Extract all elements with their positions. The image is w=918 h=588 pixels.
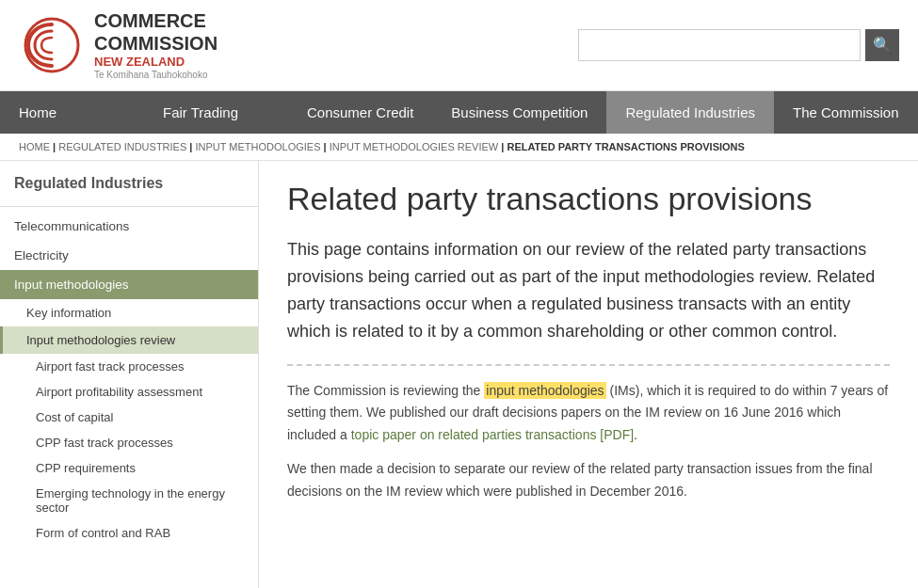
sidebar-sub-im-review[interactable]: Input methodologies review	[0, 326, 258, 354]
header: COMMERCE COMMISSION NEW ZEALAND Te Komih…	[0, 0, 918, 91]
sidebar-sub-form-of-control[interactable]: Form of control and RAB	[0, 520, 258, 546]
nav-item-home[interactable]: Home	[0, 91, 144, 134]
breadcrumb-input-methodologies[interactable]: INPUT METHODOLOGIES	[196, 141, 321, 152]
sidebar: Regulated Industries Telecommunications …	[0, 161, 259, 588]
body-paragraph-1: The Commission is reviewing the input me…	[287, 380, 890, 447]
search-button[interactable]: 🔍	[865, 29, 899, 61]
nav-item-consumer-credit[interactable]: Consumer Credit	[288, 91, 432, 134]
nav-item-regulated-industries[interactable]: Regulated Industries	[606, 91, 774, 134]
logo-text: COMMERCE COMMISSION NEW ZEALAND Te Komih…	[94, 9, 217, 81]
logo-commission: COMMISSION	[94, 32, 217, 55]
related-parties-pdf-link[interactable]: topic paper on related parties transacti…	[351, 427, 634, 442]
body-text-highlight: input methodologies	[484, 382, 605, 399]
breadcrumb-im-review[interactable]: INPUT METHODOLOGIES REVIEW	[330, 141, 499, 152]
logo-nz: NEW ZEALAND	[94, 55, 217, 70]
sidebar-item-electricity[interactable]: Electricity	[0, 241, 258, 270]
sidebar-sub-cost-of-capital[interactable]: Cost of capital	[0, 405, 258, 430]
main-content: Regulated Industries Telecommunications …	[0, 161, 918, 588]
sidebar-item-input-methodologies[interactable]: Input methodologies	[0, 270, 258, 299]
sidebar-title: Regulated Industries	[0, 175, 258, 207]
sidebar-sub-emerging-technology[interactable]: Emerging technology in the energy sector	[0, 481, 258, 520]
search-input[interactable]	[578, 29, 861, 61]
nav-item-the-commission[interactable]: The Commission	[774, 91, 918, 134]
breadcrumb: HOME | REGULATED INDUSTRIES | INPUT METH…	[0, 134, 918, 161]
section-divider	[287, 364, 890, 366]
logo-icon	[19, 17, 85, 73]
page-title: Related party transactions provisions	[287, 180, 890, 218]
sidebar-item-telecommunications[interactable]: Telecommunications	[0, 212, 258, 241]
breadcrumb-current: RELATED PARTY TRANSACTIONS PROVISIONS	[507, 141, 744, 152]
logo-commerce: COMMERCE	[94, 9, 217, 32]
description: This page contains information on our re…	[287, 236, 890, 344]
nav-item-fair-trading[interactable]: Fair Trading	[144, 91, 288, 134]
body-paragraph-2: We then made a decision to separate our …	[287, 458, 890, 503]
sidebar-sub-cpp-requirements[interactable]: CPP requirements	[0, 455, 258, 481]
breadcrumb-regulated-industries[interactable]: REGULATED INDUSTRIES	[58, 141, 186, 152]
logo-tagline: Te Komihana Tauhokohoko	[94, 70, 217, 81]
sidebar-sub-key-information[interactable]: Key information	[0, 299, 258, 326]
body-text-1-end: .	[634, 427, 637, 442]
main-nav: Home Fair Trading Consumer Credit Busine…	[0, 91, 918, 134]
nav-item-business-competition[interactable]: Business Competition	[432, 91, 606, 134]
content-area: Related party transactions provisions Th…	[259, 161, 918, 588]
body-text-1-before: The Commission is reviewing the	[287, 383, 484, 398]
breadcrumb-home[interactable]: HOME	[19, 141, 50, 152]
sidebar-sub-airport-fast-track[interactable]: Airport fast track processes	[0, 354, 258, 379]
svg-point-0	[25, 19, 78, 72]
sidebar-sub-airport-profitability[interactable]: Airport profitability assessment	[0, 379, 258, 405]
sidebar-sub-cpp-fast-track[interactable]: CPP fast track processes	[0, 430, 258, 455]
logo-area: COMMERCE COMMISSION NEW ZEALAND Te Komih…	[19, 9, 217, 81]
search-area: 🔍	[578, 29, 899, 61]
